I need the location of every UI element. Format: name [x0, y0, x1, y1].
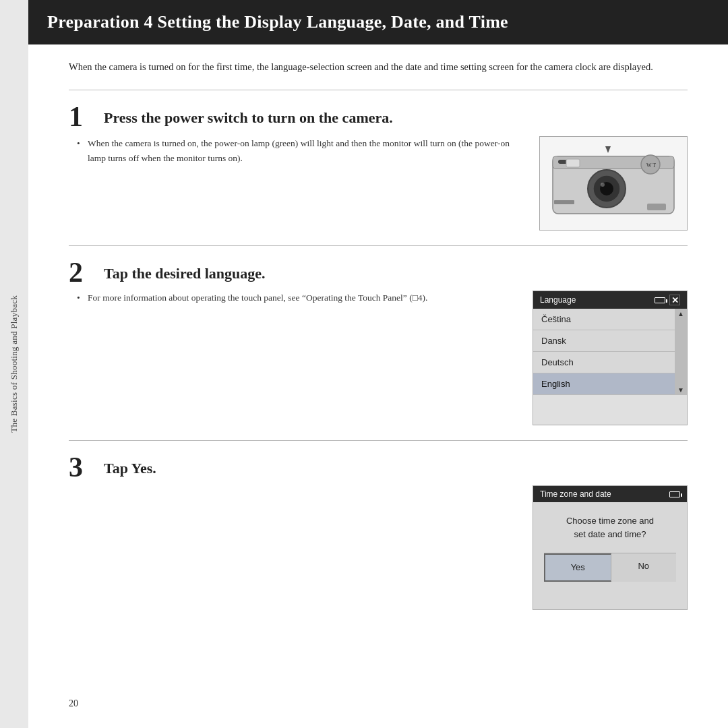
step-1-title: Press the power switch to turn on the ca… — [104, 102, 688, 127]
step-2-text: For more information about operating the… — [69, 291, 519, 425]
step-2-bullet: For more information about operating the… — [69, 291, 519, 305]
step-2-section: 2 Tap the desired language. For more inf… — [69, 245, 688, 425]
timezone-screen: Time zone and date Choose time zone and … — [533, 485, 688, 610]
timezone-buttons: Yes No — [544, 553, 676, 582]
step-3-section: 3 Tap Yes. Time zone and date Choose tim… — [69, 440, 688, 610]
lang-item-english[interactable]: English — [533, 373, 675, 395]
step-1-section: 1 Press the power switch to turn on the … — [69, 90, 688, 231]
step-2-header: 2 Tap the desired language. — [69, 258, 688, 286]
svg-text:W T: W T — [646, 162, 656, 169]
lang-list-area: Čeština Dansk Deutsch English ▲ ▼ — [533, 309, 687, 395]
language-screen: Language ✕ Čeština Dansk Deutsch English — [533, 291, 688, 425]
step-3-prefix: Tap — [104, 460, 131, 477]
timezone-line1: Choose time zone and — [566, 516, 654, 526]
step-1-header: 1 Press the power switch to turn on the … — [69, 102, 688, 131]
scroll-bar: ▲ ▼ — [675, 309, 687, 395]
svg-point-5 — [601, 183, 605, 187]
language-screen-titlebar: Language ✕ — [533, 291, 687, 309]
svg-rect-10 — [554, 200, 574, 204]
main-content: Preparation 4 Setting the Display Langua… — [28, 0, 728, 728]
page-title: Preparation 4 Setting the Display Langua… — [28, 0, 728, 44]
intro-text: When the camera is turned on for the fir… — [69, 59, 688, 75]
scroll-up-arrow[interactable]: ▲ — [677, 310, 684, 317]
step-1-content: When the camera is turned on, the power-… — [69, 136, 688, 231]
lang-item-cestina[interactable]: Čeština — [533, 309, 675, 330]
svg-marker-12 — [605, 146, 611, 153]
close-icon[interactable]: ✕ — [669, 295, 680, 305]
step-3-number: 3 — [69, 453, 104, 481]
camera-illustration: W T — [539, 136, 688, 231]
timezone-title: Time zone and date — [540, 489, 611, 499]
step-3-text — [69, 485, 519, 610]
step-3-title: Tap Yes. — [104, 453, 688, 477]
svg-rect-11 — [647, 204, 666, 210]
screen-icons: ✕ — [655, 295, 680, 305]
no-button[interactable]: No — [611, 553, 677, 582]
step-1-number: 1 — [69, 102, 104, 131]
lang-list: Čeština Dansk Deutsch English — [533, 309, 687, 395]
step-1-text: When the camera is turned on, the power-… — [69, 136, 519, 165]
step-2-title: Tap the desired language. — [104, 258, 688, 282]
timezone-line2: set date and time? — [574, 529, 646, 539]
scroll-down-arrow[interactable]: ▼ — [677, 386, 684, 394]
sidebar: The Basics of Shooting and Playback — [0, 0, 28, 728]
language-screen-wrapper: Language ✕ Čeština Dansk Deutsch English — [533, 291, 688, 425]
language-title: Language — [540, 295, 576, 305]
step-3-bold: Yes — [131, 460, 153, 477]
yes-button[interactable]: Yes — [544, 553, 611, 582]
step-2-content: For more information about operating the… — [69, 291, 688, 425]
lang-item-deutsch[interactable]: Deutsch — [533, 352, 675, 373]
step-2-number: 2 — [69, 258, 104, 286]
sidebar-label: The Basics of Shooting and Playback — [9, 295, 20, 433]
camera-svg: W T — [546, 143, 681, 224]
timezone-body: Choose time zone and set date and time? … — [533, 502, 687, 591]
step-3-header: 3 Tap Yes. — [69, 453, 688, 481]
step-3-suffix: . — [152, 460, 156, 477]
lang-item-dansk[interactable]: Dansk — [533, 330, 675, 352]
svg-rect-9 — [566, 159, 580, 167]
step-1-bullet: When the camera is turned on, the power-… — [69, 136, 519, 165]
battery-icon-tz — [669, 491, 680, 497]
page-number: 20 — [69, 698, 78, 709]
timezone-titlebar: Time zone and date — [533, 486, 687, 502]
battery-icon — [655, 297, 665, 303]
step-3-content: Time zone and date Choose time zone and … — [69, 485, 688, 610]
